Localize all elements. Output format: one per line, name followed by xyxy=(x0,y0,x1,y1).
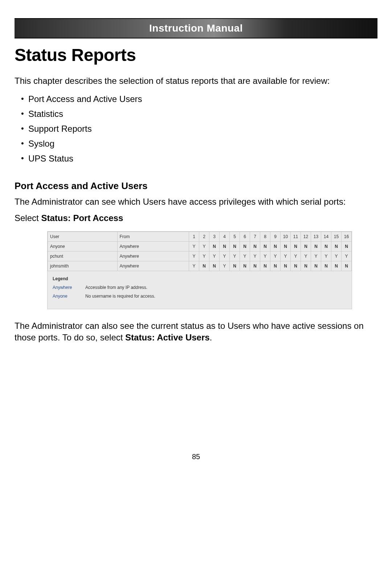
port-access-table: User From 1 2 3 4 5 6 7 8 9 10 11 12 13 … xyxy=(48,232,352,271)
cell-port: N xyxy=(321,241,331,251)
cell-port: N xyxy=(311,241,321,251)
follow-after: . xyxy=(210,332,212,342)
cell-port: Y xyxy=(189,261,199,271)
intro-text: This chapter describes the selection of … xyxy=(15,75,377,87)
th-user: User xyxy=(48,232,118,241)
header-band: Instruction Manual xyxy=(15,18,377,38)
cell-port: N xyxy=(260,241,270,251)
bullet-list: Port Access and Active Users Statistics … xyxy=(15,92,377,166)
cell-from: Anywhere xyxy=(117,241,189,251)
table-row: pchuntAnywhereYYYYYYYYYYYYYYYY xyxy=(48,251,352,261)
th-from: From xyxy=(117,232,189,241)
bullet-item: Statistics xyxy=(21,107,377,122)
cell-port: Y xyxy=(250,251,260,261)
legend-block: Legend Anywhere Accessible from any IP a… xyxy=(48,271,352,299)
chapter-title: Status Reports xyxy=(15,45,377,65)
th-port: 12 xyxy=(301,232,311,241)
cell-from: Anywhere xyxy=(117,251,189,261)
legend-term: Anyone xyxy=(53,294,85,299)
legend-def: No username is required for access. xyxy=(85,294,155,299)
select-line: Select Status: Port Access xyxy=(15,213,377,223)
legend-def: Accessible from any IP address. xyxy=(85,285,147,290)
cell-port: Y xyxy=(240,251,250,261)
th-port: 15 xyxy=(331,232,342,241)
cell-port: N xyxy=(240,241,250,251)
page-number: 85 xyxy=(15,453,377,461)
cell-port: Y xyxy=(220,251,230,261)
table-row: AnyoneAnywhereYYNNNNNNNNNNNNNN xyxy=(48,241,352,251)
cell-port: N xyxy=(270,241,281,251)
th-port: 2 xyxy=(199,232,209,241)
th-port: 14 xyxy=(321,232,331,241)
cell-port: N xyxy=(291,241,301,251)
cell-port: N xyxy=(331,241,342,251)
cell-port: Y xyxy=(189,251,199,261)
cell-port: Y xyxy=(199,241,209,251)
cell-user: pchunt xyxy=(48,251,118,261)
legend-title: Legend xyxy=(53,276,347,281)
th-port: 7 xyxy=(250,232,260,241)
cell-port: Y xyxy=(270,251,281,261)
cell-port: N xyxy=(250,261,260,271)
cell-port: N xyxy=(230,241,240,251)
bullet-item: Syslog xyxy=(21,136,377,151)
cell-port: N xyxy=(301,241,311,251)
cell-port: N xyxy=(291,261,301,271)
cell-port: N xyxy=(342,261,352,271)
bullet-item: Support Reports xyxy=(21,122,377,136)
follow-bold: Status: Active Users xyxy=(125,332,210,342)
bullet-item: Port Access and Active Users xyxy=(21,92,377,107)
cell-port: Y xyxy=(189,241,199,251)
cell-port: N xyxy=(209,261,220,271)
cell-port: N xyxy=(342,241,352,251)
cell-port: N xyxy=(250,241,260,251)
cell-port: Y xyxy=(342,251,352,261)
cell-port: Y xyxy=(331,251,342,261)
port-access-screenshot: User From 1 2 3 4 5 6 7 8 9 10 11 12 13 … xyxy=(47,231,352,309)
cell-port: N xyxy=(321,261,331,271)
cell-port: Y xyxy=(321,251,331,261)
th-port: 1 xyxy=(189,232,199,241)
th-port: 10 xyxy=(281,232,291,241)
section-heading: Port Access and Active Users xyxy=(15,180,377,192)
cell-port: Y xyxy=(230,251,240,261)
cell-port: N xyxy=(220,241,230,251)
th-port: 4 xyxy=(220,232,230,241)
cell-port: Y xyxy=(301,251,311,261)
cell-port: N xyxy=(260,261,270,271)
legend-term: Anywhere xyxy=(53,285,85,290)
legend-row: Anyone No username is required for acces… xyxy=(53,294,347,299)
cell-port: N xyxy=(199,261,209,271)
cell-port: Y xyxy=(281,251,291,261)
th-port: 16 xyxy=(342,232,352,241)
cell-port: N xyxy=(331,261,342,271)
cell-port: N xyxy=(301,261,311,271)
cell-port: N xyxy=(270,261,281,271)
cell-port: N xyxy=(240,261,250,271)
section-body: The Administrator can see which Users ha… xyxy=(15,196,377,208)
th-port: 9 xyxy=(270,232,281,241)
select-bold: Status: Port Access xyxy=(41,213,123,223)
cell-port: N xyxy=(281,261,291,271)
cell-from: Anywhere xyxy=(117,261,189,271)
th-port: 13 xyxy=(311,232,321,241)
cell-user: johnsmith xyxy=(48,261,118,271)
legend-row: Anywhere Accessible from any IP address. xyxy=(53,285,347,290)
cell-port: Y xyxy=(220,261,230,271)
cell-port: Y xyxy=(311,251,321,261)
cell-port: N xyxy=(230,261,240,271)
th-port: 3 xyxy=(209,232,220,241)
cell-port: N xyxy=(209,241,220,251)
th-port: 8 xyxy=(260,232,270,241)
table-header-row: User From 1 2 3 4 5 6 7 8 9 10 11 12 13 … xyxy=(48,232,352,241)
cell-port: Y xyxy=(209,251,220,261)
cell-user: Anyone xyxy=(48,241,118,251)
bullet-item: UPS Status xyxy=(21,151,377,166)
th-port: 11 xyxy=(291,232,301,241)
header-title: Instruction Manual xyxy=(15,23,377,34)
th-port: 5 xyxy=(230,232,240,241)
follow-text: The Administrator can also see the curre… xyxy=(15,320,377,344)
table-row: johnsmithAnywhereYNNYNNNNNNNNNNNN xyxy=(48,261,352,271)
cell-port: Y xyxy=(260,251,270,261)
select-prefix: Select xyxy=(15,213,41,223)
